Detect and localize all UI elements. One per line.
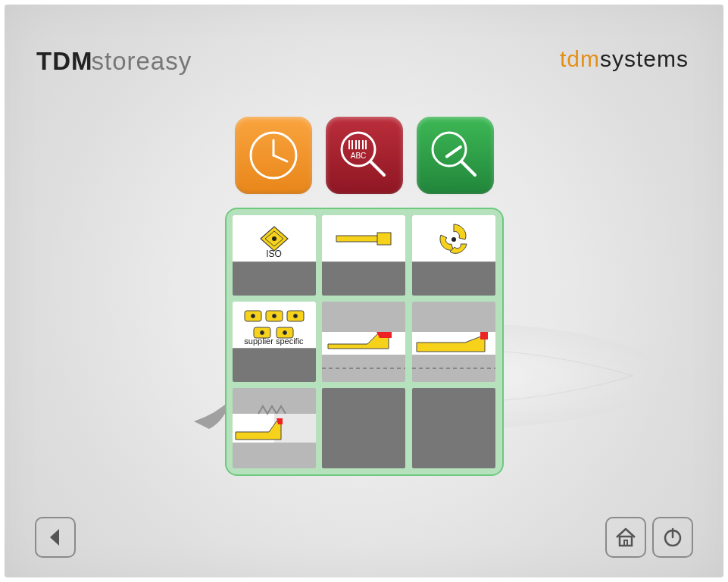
turning-tool-b-icon [412,302,495,382]
home-button[interactable] [605,517,646,558]
app-screen: TDMstoreasy tdmsystems [5,5,723,577]
tool-magnifier-icon [426,127,484,184]
svg-rect-20 [377,233,391,245]
category-bar-tool[interactable] [322,215,405,296]
back-button[interactable] [35,517,76,558]
svg-point-31 [283,330,286,334]
grooving-tool-icon [233,388,316,468]
category-turning-2[interactable] [412,302,495,382]
category-empty-1 [322,388,405,468]
svg-point-21 [451,237,456,242]
category-label [412,259,495,261]
category-grooving[interactable] [233,388,316,468]
turning-tool-a-icon [322,302,405,382]
svg-rect-43 [233,443,316,468]
top-button-row: ABC [235,117,494,194]
svg-marker-47 [50,529,59,546]
category-label: supplier specific [233,336,316,348]
barcode-magnifier-icon: ABC [336,127,393,184]
svg-rect-32 [322,302,405,332]
power-icon [662,527,683,548]
barcode-search-button[interactable]: ABC [326,117,403,194]
category-iso[interactable]: ISO [233,215,316,296]
app-logo: TDMstoreasy [36,47,192,76]
svg-rect-37 [412,302,495,332]
vendor-logo-tdm: tdm [560,46,600,71]
svg-text:ABC: ABC [350,152,366,160]
power-button[interactable] [652,517,693,558]
svg-rect-41 [480,332,488,340]
svg-rect-15 [445,145,463,158]
svg-line-5 [370,161,384,175]
app-logo-light: storeasy [91,47,192,75]
svg-line-3 [273,155,287,161]
category-grid: ISO [225,208,504,476]
svg-point-27 [293,314,297,318]
category-turning-1[interactable] [322,302,405,382]
svg-point-25 [272,314,276,318]
svg-rect-19 [336,236,379,242]
svg-point-23 [251,314,255,318]
vendor-logo: tdmsystems [560,46,689,72]
svg-marker-45 [236,421,281,440]
tool-search-button[interactable] [417,117,494,194]
recent-button[interactable] [235,117,312,194]
home-icon [614,527,637,548]
category-supplier[interactable]: supplier specific [233,302,316,382]
bar-tool-icon [333,230,394,248]
category-label: ISO [233,249,316,261]
svg-marker-40 [417,335,485,352]
category-label [322,259,405,261]
category-threading-insert[interactable] [412,215,495,296]
back-icon [47,527,64,547]
clock-icon [246,128,301,183]
svg-line-14 [461,161,475,175]
app-logo-bold: TDM [36,47,92,75]
svg-point-18 [272,236,277,241]
svg-point-29 [260,330,264,334]
category-empty-2 [412,388,495,468]
vendor-logo-sys: systems [600,46,689,71]
threading-insert-icon [435,221,473,256]
